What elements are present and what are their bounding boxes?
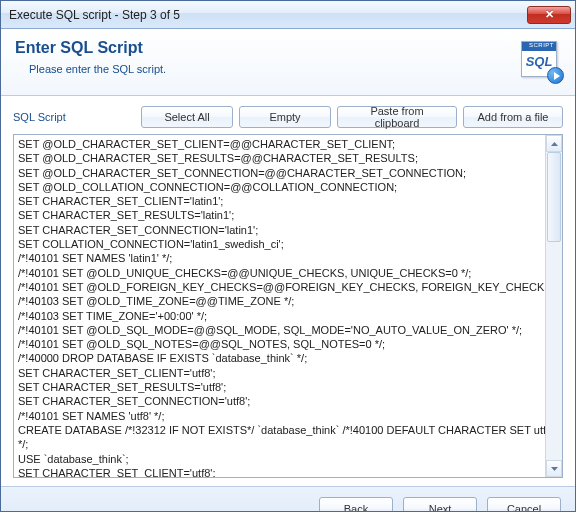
header-text: Enter SQL Script Please enter the SQL sc… [15, 39, 511, 75]
empty-button[interactable]: Empty [239, 106, 331, 128]
wizard-footer: Back Next Cancel [1, 486, 575, 512]
titlebar: Execute SQL script - Step 3 of 5 ✕ [1, 1, 575, 29]
page-subtitle: Please enter the SQL script. [15, 63, 511, 75]
select-all-button[interactable]: Select All [141, 106, 233, 128]
scroll-thumb[interactable] [547, 152, 561, 242]
toolbar: SQL Script Select All Empty Paste from c… [1, 96, 575, 134]
section-label: SQL Script [13, 111, 135, 123]
script-container [13, 134, 563, 478]
sql-script-icon: SCRIPT SQL [521, 41, 561, 83]
back-button[interactable]: Back [319, 497, 393, 513]
wizard-header: Enter SQL Script Please enter the SQL sc… [1, 29, 575, 96]
next-button[interactable]: Next [403, 497, 477, 513]
paste-clipboard-button[interactable]: Paste from clipboard [337, 106, 457, 128]
chevron-up-icon [551, 142, 558, 146]
chevron-down-icon [551, 467, 558, 471]
close-button[interactable]: ✕ [527, 6, 571, 24]
sql-script-textarea[interactable] [14, 135, 545, 477]
play-icon [547, 67, 564, 84]
svg-marker-0 [551, 142, 558, 146]
add-from-file-button[interactable]: Add from a file [463, 106, 563, 128]
icon-top-label: SCRIPT [522, 42, 556, 51]
page-title: Enter SQL Script [15, 39, 511, 57]
svg-marker-1 [551, 467, 558, 471]
icon-body-label: SQL [522, 51, 556, 69]
window-title: Execute SQL script - Step 3 of 5 [9, 8, 527, 22]
close-icon: ✕ [545, 8, 554, 21]
vertical-scrollbar[interactable] [545, 135, 562, 477]
cancel-button[interactable]: Cancel [487, 497, 561, 513]
scroll-up-button[interactable] [546, 135, 562, 152]
scroll-track[interactable] [546, 152, 562, 460]
scroll-down-button[interactable] [546, 460, 562, 477]
